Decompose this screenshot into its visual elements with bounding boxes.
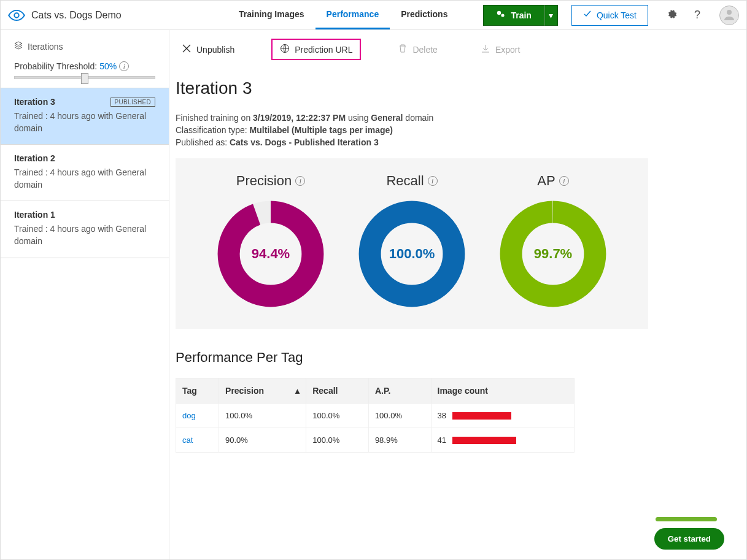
image-count-bar xyxy=(452,412,511,420)
threshold-slider[interactable] xyxy=(1,76,169,88)
cell-recall: 100.0% xyxy=(306,404,369,428)
prediction-url-button[interactable]: Prediction URL xyxy=(271,39,361,60)
recall-value: 100.0% xyxy=(357,199,467,309)
precision-gauge: Precisioni 94.4% xyxy=(209,173,332,309)
tab-training-images[interactable]: Training Images xyxy=(228,1,315,29)
svg-point-0 xyxy=(14,13,18,17)
gears-icon xyxy=(496,9,506,21)
metric-gauges: Precisioni 94.4% Recalli 100.0% xyxy=(176,158,648,329)
cell-precision: 90.0% xyxy=(219,428,306,453)
train-button-group: Train ▾ xyxy=(483,5,557,26)
col-recall[interactable]: Recall xyxy=(306,378,369,404)
iteration-toolbar: Unpublish Prediction URL Delete Export xyxy=(169,30,746,69)
col-tag[interactable]: Tag xyxy=(176,378,219,404)
info-icon[interactable]: i xyxy=(119,61,129,71)
col-ap[interactable]: A.P. xyxy=(368,378,431,404)
recall-label: Recall xyxy=(386,173,424,189)
sidebar-iteration-2[interactable]: Iteration 2 Trained : 4 hours ago with G… xyxy=(1,145,169,201)
precision-label: Precision xyxy=(236,173,292,189)
download-icon xyxy=(481,44,490,55)
table-row: cat 90.0% 100.0% 98.9% 41 xyxy=(176,428,575,453)
progress-bar xyxy=(656,517,717,521)
meta-finished-training: Finished training on 3/19/2019, 12:22:37… xyxy=(176,113,746,123)
top-utility-icons: ? xyxy=(665,6,739,25)
tab-predictions[interactable]: Predictions xyxy=(390,1,459,29)
user-icon xyxy=(723,8,735,22)
caret-down-icon: ▾ xyxy=(549,10,553,20)
cell-recall: 100.0% xyxy=(306,428,369,453)
meta-classification-type: Classification type: Multilabel (Multipl… xyxy=(176,125,746,135)
user-avatar[interactable] xyxy=(719,6,739,25)
sidebar-iteration-1[interactable]: Iteration 1 Trained : 4 hours ago with G… xyxy=(1,201,169,258)
gear-icon xyxy=(666,9,677,21)
vision-logo-icon xyxy=(8,7,25,24)
ap-value: 99.7% xyxy=(498,199,608,309)
question-icon: ? xyxy=(694,9,700,21)
svg-point-2 xyxy=(501,13,505,17)
delete-label: Delete xyxy=(412,45,437,55)
trash-icon xyxy=(398,44,408,55)
info-icon[interactable]: i xyxy=(295,176,305,186)
sort-asc-icon: ▴ xyxy=(295,386,300,396)
cell-ap: 100.0% xyxy=(368,404,431,428)
sidebar-title: Iterations xyxy=(28,42,63,52)
info-icon[interactable]: i xyxy=(428,176,438,186)
unpublish-label: Unpublish xyxy=(196,45,234,55)
tag-link[interactable]: cat xyxy=(176,428,219,453)
topbar: Cats vs. Dogs Demo Training Images Perfo… xyxy=(1,1,746,30)
stack-icon xyxy=(14,41,23,52)
train-label: Train xyxy=(511,10,531,20)
train-button[interactable]: Train xyxy=(483,5,544,26)
published-badge: PUBLISHED xyxy=(110,98,155,107)
iteration-subtitle: Trained : 4 hours ago with General domai… xyxy=(14,223,155,247)
table-row: dog 100.0% 100.0% 100.0% 38 xyxy=(176,404,575,428)
sidebar-iteration-3[interactable]: Iteration 3 PUBLISHED Trained : 4 hours … xyxy=(1,88,169,145)
tab-performance[interactable]: Performance xyxy=(315,1,390,29)
settings-button[interactable] xyxy=(665,9,678,21)
check-icon xyxy=(583,10,592,20)
col-image-count[interactable]: Image count xyxy=(431,378,574,404)
svg-point-1 xyxy=(497,11,501,15)
iteration-subtitle: Trained : 4 hours ago with General domai… xyxy=(14,167,155,191)
recall-gauge: Recalli 100.0% xyxy=(350,173,473,309)
image-count-bar xyxy=(452,437,516,444)
unpublish-button[interactable]: Unpublish xyxy=(176,41,241,58)
export-label: Export xyxy=(495,45,520,55)
tag-link[interactable]: dog xyxy=(176,404,219,428)
sidebar: Iterations Probability Threshold: 50% i … xyxy=(1,30,169,559)
iteration-name: Iteration 1 xyxy=(14,210,55,220)
performance-table: Tag Precision▴ Recall A.P. Image count d… xyxy=(176,378,575,453)
close-icon xyxy=(182,44,192,55)
globe-icon xyxy=(280,44,290,55)
project-title: Cats vs. Dogs Demo xyxy=(31,10,122,21)
threshold-value: 50% xyxy=(99,61,117,71)
cell-ap: 98.9% xyxy=(368,428,431,453)
performance-per-tag-heading: Performance Per Tag xyxy=(176,350,746,366)
meta-published-as: Published as: Cats vs. Dogs - Published … xyxy=(176,137,746,147)
nav-tabs: Training Images Performance Predictions xyxy=(228,1,459,29)
slider-thumb[interactable] xyxy=(81,73,88,84)
train-dropdown[interactable]: ▾ xyxy=(544,5,558,26)
iteration-name: Iteration 2 xyxy=(14,153,55,163)
ap-gauge: APi 99.7% xyxy=(492,173,614,309)
svg-point-3 xyxy=(727,10,732,15)
cell-image-count: 38 xyxy=(431,404,574,428)
delete-button: Delete xyxy=(392,41,443,58)
threshold-label: Probability Threshold: xyxy=(14,61,97,71)
quick-test-label: Quick Test xyxy=(597,10,637,20)
quick-test-button[interactable]: Quick Test xyxy=(571,5,648,26)
iteration-title: Iteration 3 xyxy=(176,79,746,98)
info-icon[interactable]: i xyxy=(559,176,569,186)
iteration-name: Iteration 3 xyxy=(14,97,55,107)
col-precision[interactable]: Precision▴ xyxy=(219,378,306,404)
get-started-button[interactable]: Get started xyxy=(654,528,724,550)
iteration-subtitle: Trained : 4 hours ago with General domai… xyxy=(14,110,155,134)
cell-precision: 100.0% xyxy=(219,404,306,428)
main-panel: Unpublish Prediction URL Delete Export I… xyxy=(169,30,746,559)
precision-value: 94.4% xyxy=(215,199,326,309)
sidebar-header: Iterations xyxy=(1,30,169,58)
help-button[interactable]: ? xyxy=(691,9,703,21)
ap-label: AP xyxy=(537,173,555,189)
cell-image-count: 41 xyxy=(431,428,574,453)
export-button: Export xyxy=(474,41,526,58)
